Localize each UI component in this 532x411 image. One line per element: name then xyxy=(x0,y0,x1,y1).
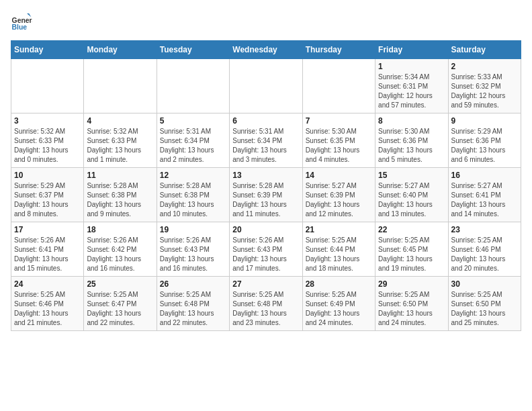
day-number: 26 xyxy=(160,279,226,289)
calendar-week-row: 1Sunrise: 5:34 AMSunset: 6:31 PMDaylight… xyxy=(11,59,521,113)
day-number: 14 xyxy=(306,171,372,180)
day-number: 5 xyxy=(160,116,226,126)
calendar-cell: 25Sunrise: 5:25 AMSunset: 6:47 PMDayligh… xyxy=(84,277,157,331)
calendar-day-header: Monday xyxy=(84,41,157,59)
calendar-cell: 9Sunrise: 5:29 AMSunset: 6:36 PMDaylight… xyxy=(448,113,521,168)
calendar-cell: 27Sunrise: 5:25 AMSunset: 6:48 PMDayligh… xyxy=(230,277,302,331)
day-number: 19 xyxy=(160,225,226,234)
day-info: Sunrise: 5:32 AMSunset: 6:33 PMDaylight:… xyxy=(14,127,81,165)
calendar-cell: 16Sunrise: 5:27 AMSunset: 6:41 PMDayligh… xyxy=(448,168,521,222)
day-info: Sunrise: 5:32 AMSunset: 6:33 PMDaylight:… xyxy=(87,127,153,165)
day-number: 29 xyxy=(378,279,445,289)
day-number: 16 xyxy=(451,171,518,180)
calendar-cell: 5Sunrise: 5:31 AMSunset: 6:34 PMDaylight… xyxy=(157,113,229,168)
calendar-cell: 8Sunrise: 5:30 AMSunset: 6:36 PMDaylight… xyxy=(375,113,448,168)
calendar-cell: 4Sunrise: 5:32 AMSunset: 6:33 PMDaylight… xyxy=(84,113,157,168)
day-info: Sunrise: 5:26 AMSunset: 6:43 PMDaylight:… xyxy=(232,236,299,273)
day-info: Sunrise: 5:25 AMSunset: 6:48 PMDaylight:… xyxy=(232,290,299,328)
day-number: 17 xyxy=(14,225,81,234)
day-number: 6 xyxy=(232,116,299,126)
day-number: 9 xyxy=(451,116,518,126)
calendar-day-header: Sunday xyxy=(11,41,84,59)
calendar-cell: 26Sunrise: 5:25 AMSunset: 6:48 PMDayligh… xyxy=(157,277,229,331)
day-info: Sunrise: 5:25 AMSunset: 6:48 PMDaylight:… xyxy=(160,290,226,328)
day-number: 1 xyxy=(378,62,445,71)
calendar-cell: 21Sunrise: 5:25 AMSunset: 6:44 PMDayligh… xyxy=(302,222,375,277)
calendar-cell: 3Sunrise: 5:32 AMSunset: 6:33 PMDaylight… xyxy=(11,113,84,168)
day-info: Sunrise: 5:26 AMSunset: 6:41 PMDaylight:… xyxy=(14,236,81,273)
calendar-header-row: SundayMondayTuesdayWednesdayThursdayFrid… xyxy=(11,41,521,59)
day-info: Sunrise: 5:25 AMSunset: 6:50 PMDaylight:… xyxy=(378,290,445,328)
day-info: Sunrise: 5:29 AMSunset: 6:37 PMDaylight:… xyxy=(14,181,81,219)
day-number: 22 xyxy=(378,225,445,234)
day-number: 21 xyxy=(306,225,372,234)
day-info: Sunrise: 5:25 AMSunset: 6:46 PMDaylight:… xyxy=(14,290,81,328)
calendar-table: SundayMondayTuesdayWednesdayThursdayFrid… xyxy=(11,40,521,331)
day-number: 13 xyxy=(232,171,299,180)
day-info: Sunrise: 5:33 AMSunset: 6:32 PMDaylight:… xyxy=(451,73,518,110)
day-info: Sunrise: 5:25 AMSunset: 6:50 PMDaylight:… xyxy=(451,290,518,328)
calendar-cell: 10Sunrise: 5:29 AMSunset: 6:37 PMDayligh… xyxy=(11,168,84,222)
day-info: Sunrise: 5:29 AMSunset: 6:36 PMDaylight:… xyxy=(451,127,518,165)
day-info: Sunrise: 5:30 AMSunset: 6:36 PMDaylight:… xyxy=(378,127,445,165)
svg-text:General: General xyxy=(12,17,32,24)
day-number: 4 xyxy=(87,116,153,126)
calendar-cell: 6Sunrise: 5:31 AMSunset: 6:34 PMDaylight… xyxy=(230,113,302,168)
calendar-day-header: Friday xyxy=(375,41,448,59)
day-info: Sunrise: 5:31 AMSunset: 6:34 PMDaylight:… xyxy=(232,127,299,165)
calendar-cell: 30Sunrise: 5:25 AMSunset: 6:50 PMDayligh… xyxy=(448,277,521,331)
calendar-cell: 17Sunrise: 5:26 AMSunset: 6:41 PMDayligh… xyxy=(11,222,84,277)
calendar-cell: 22Sunrise: 5:25 AMSunset: 6:45 PMDayligh… xyxy=(375,222,448,277)
day-number: 10 xyxy=(14,171,81,180)
day-number: 15 xyxy=(378,171,445,180)
day-number: 24 xyxy=(14,279,81,289)
day-number: 23 xyxy=(451,225,518,234)
day-number: 7 xyxy=(306,116,372,126)
calendar-day-header: Wednesday xyxy=(230,41,302,59)
day-number: 18 xyxy=(87,225,153,234)
calendar-cell: 15Sunrise: 5:27 AMSunset: 6:40 PMDayligh… xyxy=(375,168,448,222)
day-number: 11 xyxy=(87,171,153,180)
day-number: 20 xyxy=(232,225,299,234)
day-info: Sunrise: 5:25 AMSunset: 6:44 PMDaylight:… xyxy=(306,236,372,273)
day-info: Sunrise: 5:25 AMSunset: 6:45 PMDaylight:… xyxy=(378,236,445,273)
calendar-cell: 14Sunrise: 5:27 AMSunset: 6:39 PMDayligh… xyxy=(302,168,375,222)
day-info: Sunrise: 5:26 AMSunset: 6:43 PMDaylight:… xyxy=(160,236,226,273)
day-number: 25 xyxy=(87,279,153,289)
day-info: Sunrise: 5:30 AMSunset: 6:35 PMDaylight:… xyxy=(306,127,372,165)
calendar-cell: 11Sunrise: 5:28 AMSunset: 6:38 PMDayligh… xyxy=(84,168,157,222)
calendar-cell xyxy=(11,59,84,113)
calendar-cell xyxy=(230,59,302,113)
calendar-day-header: Tuesday xyxy=(157,41,229,59)
calendar-week-row: 24Sunrise: 5:25 AMSunset: 6:46 PMDayligh… xyxy=(11,277,521,331)
day-info: Sunrise: 5:28 AMSunset: 6:38 PMDaylight:… xyxy=(87,181,153,219)
calendar-day-header: Thursday xyxy=(302,41,375,59)
day-number: 3 xyxy=(14,116,81,126)
calendar-cell: 19Sunrise: 5:26 AMSunset: 6:43 PMDayligh… xyxy=(157,222,229,277)
page-header: General Blue xyxy=(11,11,521,32)
day-info: Sunrise: 5:28 AMSunset: 6:38 PMDaylight:… xyxy=(160,181,226,219)
calendar-cell xyxy=(157,59,229,113)
calendar-cell: 28Sunrise: 5:25 AMSunset: 6:49 PMDayligh… xyxy=(302,277,375,331)
day-info: Sunrise: 5:34 AMSunset: 6:31 PMDaylight:… xyxy=(378,73,445,110)
calendar-week-row: 3Sunrise: 5:32 AMSunset: 6:33 PMDaylight… xyxy=(11,113,521,168)
calendar-cell: 23Sunrise: 5:25 AMSunset: 6:46 PMDayligh… xyxy=(448,222,521,277)
calendar-week-row: 10Sunrise: 5:29 AMSunset: 6:37 PMDayligh… xyxy=(11,168,521,222)
day-info: Sunrise: 5:27 AMSunset: 6:39 PMDaylight:… xyxy=(306,181,372,219)
day-number: 27 xyxy=(232,279,299,289)
day-number: 2 xyxy=(451,62,518,71)
calendar-cell: 18Sunrise: 5:26 AMSunset: 6:42 PMDayligh… xyxy=(84,222,157,277)
calendar-cell: 20Sunrise: 5:26 AMSunset: 6:43 PMDayligh… xyxy=(230,222,302,277)
day-info: Sunrise: 5:25 AMSunset: 6:46 PMDaylight:… xyxy=(451,236,518,273)
day-info: Sunrise: 5:25 AMSunset: 6:49 PMDaylight:… xyxy=(306,290,372,328)
calendar-cell: 24Sunrise: 5:25 AMSunset: 6:46 PMDayligh… xyxy=(11,277,84,331)
logo: General Blue xyxy=(11,11,32,32)
day-info: Sunrise: 5:28 AMSunset: 6:39 PMDaylight:… xyxy=(232,181,299,219)
calendar-cell: 12Sunrise: 5:28 AMSunset: 6:38 PMDayligh… xyxy=(157,168,229,222)
calendar-cell xyxy=(302,59,375,113)
calendar-cell: 29Sunrise: 5:25 AMSunset: 6:50 PMDayligh… xyxy=(375,277,448,331)
day-number: 12 xyxy=(160,171,226,180)
calendar-cell: 1Sunrise: 5:34 AMSunset: 6:31 PMDaylight… xyxy=(375,59,448,113)
day-info: Sunrise: 5:26 AMSunset: 6:42 PMDaylight:… xyxy=(87,236,153,273)
day-info: Sunrise: 5:27 AMSunset: 6:41 PMDaylight:… xyxy=(451,181,518,219)
